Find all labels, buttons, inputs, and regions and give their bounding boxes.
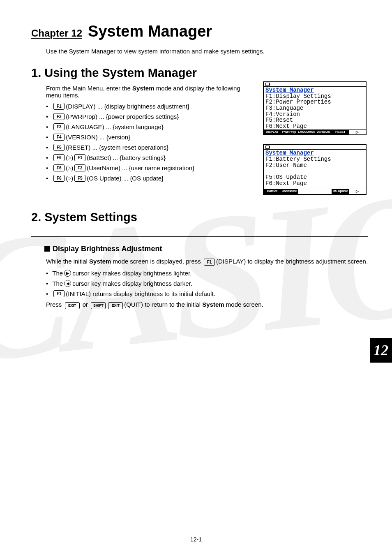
key-f1: F1: [204, 259, 215, 266]
section-1-intro: From the Main Menu, enter the System mod…: [46, 85, 255, 99]
paragraph: While the initial System mode screen is …: [46, 257, 368, 266]
paragraph: Press EXIT or SHIFTEXIT(QUIT) to return …: [46, 301, 368, 309]
screen-title: System Manager: [265, 87, 314, 93]
tab: UserName: [281, 189, 298, 194]
calculator-screen-1: System Manager F1:Display Settings F2:Po…: [263, 81, 367, 135]
section-2-title: 2. System Settings: [31, 210, 368, 224]
list-item: The ▶ cursor key makes display brightnes…: [46, 270, 368, 277]
key-f6: F6: [53, 164, 65, 171]
list-item: F5(RESET) ... {system reset operations}: [46, 144, 255, 151]
key-f6: F6: [53, 175, 65, 182]
list-item: The ◀ cursor key makes display brightnes…: [46, 280, 368, 287]
screen-line: F3:Language: [265, 105, 364, 111]
tab-empty: [298, 189, 315, 194]
section-1-title: 1. Using the System Manager: [31, 66, 368, 80]
triangle-right-icon: ▷: [68, 176, 71, 181]
subsection-heading: Display Brightness Adjustment: [44, 245, 368, 253]
screen-line: [265, 168, 364, 174]
key-f6: F6: [53, 154, 65, 161]
key-shift: SHIFT: [91, 302, 106, 309]
screen-line: F1:Battery Settings: [265, 156, 364, 162]
list-item: F2(PWRProp) ... {power properties settin…: [46, 113, 255, 120]
triangle-right-icon: ▷: [68, 165, 71, 171]
cursor-right-icon: ▶: [64, 270, 71, 277]
screen-line: F5:Reset: [265, 117, 364, 123]
key-f4: F4: [53, 134, 65, 141]
key-f5: F5: [74, 175, 85, 182]
screen-line: F6:Next Page: [265, 123, 364, 130]
battery-icon: [265, 83, 270, 86]
tab: VERSION: [315, 130, 332, 134]
list-item: F1(INITIAL) returns display brightness t…: [46, 290, 368, 297]
key-f2: F2: [74, 164, 85, 171]
chapter-title: System Manager: [88, 23, 212, 40]
key-exit: EXIT: [65, 302, 80, 309]
battery-icon: [265, 146, 270, 149]
triangle-right-icon: ▷: [68, 155, 71, 160]
menu-item-list: F1(DISPLAY) ... {display brightness adju…: [46, 103, 255, 182]
chapter-tab: 12: [370, 338, 392, 363]
screen-line: F2:Power Properties: [265, 99, 364, 105]
divider: [31, 236, 368, 237]
tab: RESET: [332, 130, 349, 134]
square-bullet-icon: [44, 246, 50, 252]
chapter-label: Chapter 12: [31, 28, 82, 39]
key-f1: F1: [53, 103, 65, 110]
tab-next-icon: ▷: [349, 189, 366, 194]
key-f2: F2: [53, 113, 65, 120]
screen-line: F1:Display Settings: [265, 93, 364, 99]
tab: PWRProp: [281, 130, 298, 134]
screen-title: System Manager: [265, 150, 314, 156]
screen-line: F5:OS Update: [265, 174, 364, 180]
calculator-screen-2: System Manager F1:Battery Settings F2:Us…: [263, 144, 367, 194]
key-f3: F3: [53, 123, 65, 130]
screen-line: F2:User Name: [265, 162, 364, 169]
chapter-heading: Chapter 12 System Manager: [31, 23, 368, 40]
page-number: 12-1: [0, 536, 392, 543]
soft-key-tabs: BattSet UserName OS Update ▷: [264, 189, 366, 194]
tab: LANGUAGE: [298, 130, 315, 134]
key-f1: F1: [53, 290, 65, 297]
tab: OS Update: [332, 189, 349, 194]
tab-next-icon: ▷: [349, 130, 366, 134]
screen-line: F6:Next Page: [265, 180, 364, 187]
list-item: F6(▷)F1(BattSet) ... {battery settings}: [46, 154, 255, 161]
screen-line: F4:Version: [265, 111, 364, 118]
key-exit: EXIT: [108, 302, 123, 309]
tab: BattSet: [264, 189, 281, 194]
bullet-list: The ▶ cursor key makes display brightnes…: [46, 270, 368, 297]
list-item: F6(▷)F5(OS Update) ... {OS update}: [46, 175, 255, 182]
chapter-intro: Use the System Manager to view system in…: [46, 48, 368, 55]
list-item: F1(DISPLAY) ... {display brightness adju…: [46, 103, 255, 110]
tab: DISPLAY: [264, 130, 281, 134]
tab-empty: [315, 189, 332, 194]
cursor-left-icon: ◀: [64, 280, 71, 287]
key-f1: F1: [74, 154, 85, 161]
list-item: F3(LANGUAGE) ... {system language}: [46, 123, 255, 130]
key-f5: F5: [53, 144, 65, 151]
list-item: F4(VERSION) ... {version}: [46, 134, 255, 141]
list-item: F6(▷)F2(UserName) ... {user name registr…: [46, 164, 255, 171]
soft-key-tabs: DISPLAY PWRProp LANGUAGE VERSION RESET ▷: [264, 130, 366, 134]
